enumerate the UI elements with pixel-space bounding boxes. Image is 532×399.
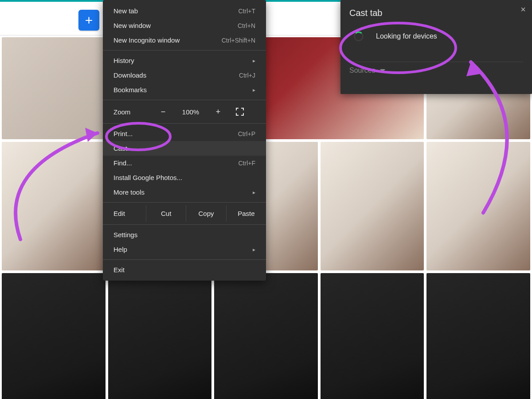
photo-thumb[interactable]	[426, 273, 530, 399]
menu-separator	[103, 123, 266, 124]
menu-item-bookmarks[interactable]: Bookmarks ▸	[103, 82, 266, 97]
browser-context-menu[interactable]: New tab Ctrl+T New window Ctrl+N New Inc…	[103, 0, 266, 281]
photo-thumb[interactable]	[426, 142, 530, 270]
menu-label: More tools	[113, 188, 145, 196]
menu-item-cast[interactable]: Cast...	[103, 141, 266, 156]
menu-separator	[103, 202, 266, 203]
cast-status-text: Looking for devices	[376, 32, 437, 40]
cast-panel-title: Cast tab	[349, 8, 523, 18]
menu-item-new-incognito[interactable]: New Incognito window Ctrl+Shift+N	[103, 33, 266, 47]
sources-label: Sources	[349, 66, 376, 74]
menu-item-install-app[interactable]: Install Google Photos...	[103, 170, 266, 185]
zoom-value: 100%	[177, 108, 204, 116]
menu-shortcut: Ctrl+P	[238, 130, 255, 137]
menu-label: New Incognito window	[113, 36, 180, 44]
menu-separator	[103, 100, 266, 100]
menu-label: New tab	[113, 7, 138, 15]
cast-sources-dropdown[interactable]: Sources	[349, 62, 523, 79]
loading-spinner-icon	[354, 31, 364, 41]
menu-shortcut: Ctrl+Shift+N	[222, 37, 255, 44]
menu-shortcut: Ctrl+N	[238, 22, 255, 29]
zoom-in-button[interactable]: +	[212, 106, 224, 118]
menu-separator	[103, 224, 266, 225]
chevron-right-icon: ▸	[253, 189, 255, 196]
menu-label: Settings	[113, 231, 137, 239]
add-button[interactable]: +	[78, 10, 99, 31]
menu-label: Install Google Photos...	[113, 174, 182, 181]
cast-panel: Cast tab × Looking for devices Sources	[340, 0, 532, 94]
menu-label: Cast...	[113, 145, 133, 152]
menu-item-edit-row: Edit Cut Copy Paste	[103, 205, 266, 222]
chevron-right-icon: ▸	[253, 87, 255, 93]
menu-label: New window	[113, 22, 151, 29]
menu-item-find[interactable]: Find... Ctrl+F	[103, 156, 266, 170]
fullscreen-icon[interactable]	[236, 108, 244, 116]
photo-thumb[interactable]	[2, 273, 106, 399]
edit-cut-button[interactable]: Cut	[146, 205, 186, 222]
chevron-right-icon: ▸	[253, 246, 255, 253]
menu-label: Exit	[113, 266, 125, 274]
menu-item-print[interactable]: Print... Ctrl+P	[103, 126, 266, 141]
menu-separator	[103, 259, 266, 260]
menu-item-new-tab[interactable]: New tab Ctrl+T	[103, 4, 266, 18]
chevron-down-icon	[380, 69, 385, 72]
menu-item-more-tools[interactable]: More tools ▸	[103, 185, 266, 200]
menu-shortcut: Ctrl+F	[239, 160, 256, 167]
menu-label: Zoom	[113, 108, 149, 116]
photo-thumb[interactable]	[214, 273, 318, 399]
menu-item-new-window[interactable]: New window Ctrl+N	[103, 18, 266, 33]
menu-shortcut: Ctrl+T	[239, 8, 256, 15]
menu-item-help[interactable]: Help ▸	[103, 242, 266, 257]
menu-label: Find...	[113, 159, 132, 167]
photo-thumb[interactable]	[321, 142, 424, 270]
menu-item-downloads[interactable]: Downloads Ctrl+J	[103, 68, 266, 82]
close-icon[interactable]: ×	[520, 4, 526, 15]
menu-label: History	[113, 57, 134, 64]
edit-copy-button[interactable]: Copy	[186, 205, 226, 222]
menu-label: Print...	[113, 130, 133, 137]
menu-item-settings[interactable]: Settings	[103, 227, 266, 242]
menu-separator	[103, 50, 266, 51]
menu-label: Help	[113, 246, 127, 253]
menu-item-exit[interactable]: Exit	[103, 262, 266, 277]
menu-label: Bookmarks	[113, 86, 147, 94]
menu-label: Downloads	[113, 71, 146, 79]
zoom-out-button[interactable]: −	[157, 106, 169, 118]
plus-icon: +	[85, 14, 93, 27]
photo-thumb[interactable]	[108, 273, 212, 399]
menu-shortcut: Ctrl+J	[239, 72, 255, 79]
menu-label-edit: Edit	[103, 205, 146, 222]
edit-paste-button[interactable]: Paste	[227, 205, 266, 222]
photo-thumb[interactable]	[2, 142, 106, 270]
menu-item-zoom: Zoom − 100% +	[103, 103, 266, 121]
menu-item-history[interactable]: History ▸	[103, 53, 266, 68]
chevron-right-icon: ▸	[253, 58, 255, 64]
photo-thumb[interactable]	[321, 273, 424, 399]
